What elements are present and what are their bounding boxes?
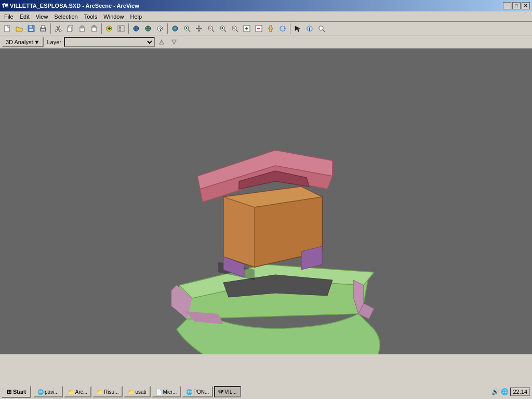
taskbar-item-risu[interactable]: 📁 Risu... [92, 386, 123, 397]
pan2-button[interactable] [265, 23, 276, 34]
menu-window[interactable]: Window [100, 12, 127, 21]
svg-rect-12 [68, 27, 72, 32]
sep5 [290, 23, 290, 34]
globe-button[interactable] [130, 23, 142, 34]
save-button[interactable] [25, 23, 37, 34]
menu-tools[interactable]: Tools [81, 12, 101, 21]
svg-marker-42 [198, 25, 200, 27]
copy-button[interactable] [64, 23, 76, 34]
svg-marker-43 [198, 30, 200, 32]
menu-view[interactable]: View [33, 12, 51, 21]
taskbar-item-pavi[interactable]: 🌐 pavi... [33, 386, 63, 397]
app-icon: 🗺 [2, 3, 8, 9]
start-windows-icon: ⊞ [7, 389, 11, 395]
menu-bar: File Edit View Selection Tools Window He… [0, 11, 532, 22]
identify-button[interactable]: i [304, 23, 315, 34]
taskbar-item-vil-label: VIL... [224, 389, 236, 395]
sep2 [101, 23, 102, 34]
layer-action-btn2[interactable] [168, 36, 180, 48]
layer-action-btn1[interactable] [156, 36, 167, 48]
close-button[interactable]: ✕ [522, 2, 530, 9]
taskbar-item-usati[interactable]: 📁 usati [124, 386, 150, 397]
menu-selection[interactable]: Selection [51, 12, 81, 21]
sep3 [128, 23, 129, 34]
navigate-button[interactable] [169, 23, 181, 34]
taskbar-item-usati-icon: 📁 [128, 389, 134, 395]
taskbar-item-risu-label: Risu... [104, 389, 118, 395]
cut-button[interactable] [52, 23, 64, 34]
sep1 [50, 23, 51, 34]
arrow-tool-button[interactable] [292, 23, 303, 34]
title-bar-controls: ─ □ ✕ [503, 2, 530, 9]
svg-marker-45 [201, 28, 202, 30]
svg-rect-25 [119, 30, 121, 31]
svg-rect-6 [41, 29, 45, 31]
taskbar-item-arc[interactable]: 📁 Arc... [64, 386, 91, 397]
svg-text:?: ? [159, 26, 162, 32]
start-label: Start [13, 389, 26, 395]
globe2-button[interactable] [142, 23, 154, 34]
tray-icon1: 🔊 [491, 388, 499, 395]
svg-rect-24 [119, 26, 121, 29]
svg-point-66 [319, 26, 323, 30]
menu-edit[interactable]: Edit [17, 12, 33, 21]
start-button[interactable]: ⊞ Start [2, 385, 31, 398]
svg-marker-63 [295, 26, 300, 32]
svg-marker-70 [172, 40, 176, 44]
title-text: VILLETTA_ESPLOSA.SXD - ArcScene - ArcVie… [10, 3, 139, 9]
taskbar-item-pon[interactable]: 🌐 PON... [182, 386, 213, 397]
fixed-zoom-out-button[interactable] [253, 23, 264, 34]
svg-line-67 [323, 30, 325, 32]
taskbar-right: 🔊 🌐 22:14 [491, 388, 532, 396]
toolbar1: ? i [0, 22, 532, 35]
pan-button[interactable] [193, 23, 205, 34]
zoom-out-button[interactable] [205, 23, 217, 34]
svg-point-9 [55, 30, 57, 32]
print-button[interactable] [37, 23, 49, 34]
paste-button[interactable] [76, 23, 88, 34]
svg-rect-3 [29, 29, 33, 31]
svg-line-37 [188, 30, 190, 32]
menu-help[interactable]: Help [127, 12, 145, 21]
taskbar-item-vil-icon: 🗺 [218, 389, 223, 395]
analyst-dropdown-button[interactable]: 3D Analyst ▼ [2, 37, 44, 47]
editor-toolbar-button[interactable] [115, 23, 127, 34]
svg-rect-14 [81, 26, 83, 28]
svg-rect-5 [42, 25, 45, 28]
svg-rect-15 [92, 27, 96, 32]
menu-file[interactable]: File [1, 12, 17, 21]
dropdown-arrow-icon: ▼ [34, 39, 40, 45]
add-data-button[interactable] [103, 23, 115, 34]
layer-label: Layer: [47, 39, 63, 45]
taskbar-item-vil[interactable]: 🗺 VIL... [214, 386, 241, 397]
3d-viewport[interactable] [0, 49, 532, 354]
taskbar-item-arc-icon: 📁 [68, 389, 74, 395]
taskbar-item-risu-icon: 📁 [97, 389, 103, 395]
maximize-button[interactable]: □ [512, 2, 521, 9]
taskbar-item-pavi-label: pavi... [45, 389, 59, 395]
svg-text:i: i [309, 26, 311, 32]
open-button[interactable] [14, 23, 25, 34]
clock: 22:14 [510, 388, 530, 396]
taskbar-item-micr[interactable]: 📄 Micr... [152, 386, 181, 397]
tray-icon2: 🌐 [501, 388, 509, 395]
taskbar-items: 🌐 pavi... 📁 Arc... 📁 Risu... 📁 usati 📄 M… [33, 386, 491, 397]
layer-select[interactable] [64, 37, 155, 47]
new-button[interactable] [2, 23, 13, 34]
sep4 [167, 23, 168, 34]
taskbar-item-pon-label: PON... [193, 389, 209, 395]
taskbar-item-micr-label: Micr... [163, 389, 177, 395]
minimize-button[interactable]: ─ [503, 2, 511, 9]
title-bar-left: 🗺 VILLETTA_ESPLOSA.SXD - ArcScene - ArcV… [2, 3, 139, 9]
find-features-button[interactable] [316, 23, 327, 34]
zoom-in-button[interactable] [181, 23, 193, 34]
help-button[interactable]: ? [154, 23, 166, 34]
fixed-zoom-in-button[interactable] [241, 23, 252, 34]
svg-line-50 [224, 30, 226, 32]
zoom-in2-button[interactable] [217, 23, 229, 34]
zoom-out2-button[interactable] [229, 23, 241, 34]
svg-line-54 [236, 30, 238, 32]
orbit-button[interactable] [277, 23, 288, 34]
delete-button[interactable] [88, 23, 100, 34]
taskbar-item-pon-icon: 🌐 [186, 389, 192, 395]
